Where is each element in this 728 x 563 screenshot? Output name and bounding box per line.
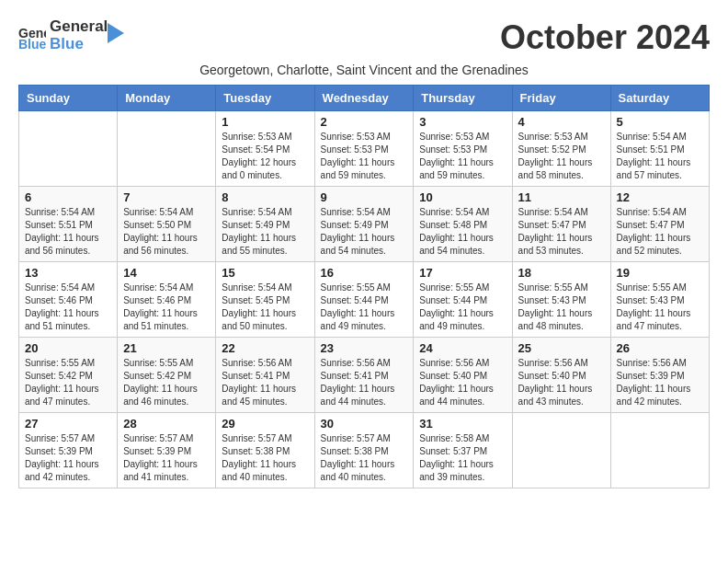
- day-number: 15: [222, 266, 308, 280]
- day-number: 8: [222, 190, 308, 204]
- day-number: 28: [123, 417, 210, 431]
- day-number: 9: [321, 190, 408, 204]
- calendar-cell: 9Sunrise: 5:54 AM Sunset: 5:49 PM Daylig…: [314, 187, 414, 262]
- calendar-cell: 1Sunrise: 5:53 AM Sunset: 5:54 PM Daylig…: [216, 111, 314, 187]
- day-number: 21: [123, 341, 210, 355]
- day-number: 1: [222, 115, 308, 129]
- day-info: Sunrise: 5:55 AM Sunset: 5:43 PM Dayligh…: [617, 282, 703, 333]
- calendar-cell: 30Sunrise: 5:57 AM Sunset: 5:38 PM Dayli…: [314, 413, 414, 488]
- calendar-cell: 20Sunrise: 5:55 AM Sunset: 5:42 PM Dayli…: [19, 338, 118, 413]
- day-number: 12: [617, 190, 703, 204]
- logo-arrow-icon: [108, 23, 124, 43]
- weekday-header-friday: Friday: [512, 86, 610, 111]
- header: General Blue General Blue October 2024: [18, 18, 710, 57]
- day-info: Sunrise: 5:55 AM Sunset: 5:44 PM Dayligh…: [419, 282, 506, 333]
- logo-general: General: [50, 18, 108, 36]
- day-number: 20: [25, 341, 111, 355]
- day-info: Sunrise: 5:53 AM Sunset: 5:54 PM Dayligh…: [222, 131, 308, 182]
- day-info: Sunrise: 5:56 AM Sunset: 5:40 PM Dayligh…: [518, 357, 605, 408]
- calendar-cell: 13Sunrise: 5:54 AM Sunset: 5:46 PM Dayli…: [19, 262, 118, 338]
- day-number: 7: [123, 190, 210, 204]
- calendar-cell: 12Sunrise: 5:54 AM Sunset: 5:47 PM Dayli…: [610, 187, 709, 262]
- calendar-cell: 16Sunrise: 5:55 AM Sunset: 5:44 PM Dayli…: [314, 262, 414, 338]
- day-number: 13: [25, 266, 111, 280]
- calendar-cell: 29Sunrise: 5:57 AM Sunset: 5:38 PM Dayli…: [216, 413, 314, 488]
- calendar-cell: 14Sunrise: 5:54 AM Sunset: 5:46 PM Dayli…: [118, 262, 216, 338]
- day-info: Sunrise: 5:58 AM Sunset: 5:37 PM Dayligh…: [419, 432, 506, 484]
- svg-marker-3: [108, 23, 124, 43]
- day-number: 17: [419, 266, 506, 280]
- day-number: 11: [518, 190, 605, 204]
- day-number: 27: [25, 417, 111, 431]
- day-number: 10: [419, 190, 506, 204]
- day-info: Sunrise: 5:54 AM Sunset: 5:45 PM Dayligh…: [222, 282, 308, 333]
- day-number: 4: [518, 115, 605, 129]
- svg-text:Blue: Blue: [18, 37, 46, 49]
- day-info: Sunrise: 5:57 AM Sunset: 5:38 PM Dayligh…: [222, 432, 308, 484]
- logo: General Blue General Blue: [18, 18, 124, 52]
- day-info: Sunrise: 5:56 AM Sunset: 5:39 PM Dayligh…: [617, 357, 703, 408]
- calendar-cell: 19Sunrise: 5:55 AM Sunset: 5:43 PM Dayli…: [610, 262, 709, 338]
- day-info: Sunrise: 5:53 AM Sunset: 5:52 PM Dayligh…: [518, 131, 605, 182]
- day-info: Sunrise: 5:55 AM Sunset: 5:43 PM Dayligh…: [518, 282, 605, 333]
- calendar-cell: 4Sunrise: 5:53 AM Sunset: 5:52 PM Daylig…: [512, 111, 610, 187]
- weekday-header-monday: Monday: [118, 86, 216, 111]
- day-info: Sunrise: 5:56 AM Sunset: 5:41 PM Dayligh…: [321, 357, 408, 408]
- day-number: 30: [321, 417, 408, 431]
- day-info: Sunrise: 5:54 AM Sunset: 5:51 PM Dayligh…: [25, 206, 111, 258]
- subtitle: Georgetown, Charlotte, Saint Vincent and…: [18, 63, 710, 77]
- calendar-cell: 3Sunrise: 5:53 AM Sunset: 5:53 PM Daylig…: [414, 111, 512, 187]
- day-info: Sunrise: 5:53 AM Sunset: 5:53 PM Dayligh…: [321, 131, 408, 182]
- day-info: Sunrise: 5:57 AM Sunset: 5:38 PM Dayligh…: [321, 432, 408, 484]
- calendar-cell: 6Sunrise: 5:54 AM Sunset: 5:51 PM Daylig…: [19, 187, 118, 262]
- day-info: Sunrise: 5:54 AM Sunset: 5:46 PM Dayligh…: [123, 282, 210, 333]
- calendar-cell: 24Sunrise: 5:56 AM Sunset: 5:40 PM Dayli…: [414, 338, 512, 413]
- day-info: Sunrise: 5:56 AM Sunset: 5:41 PM Dayligh…: [222, 357, 308, 408]
- day-info: Sunrise: 5:57 AM Sunset: 5:39 PM Dayligh…: [123, 432, 210, 484]
- calendar-cell: 5Sunrise: 5:54 AM Sunset: 5:51 PM Daylig…: [610, 111, 709, 187]
- calendar-cell: [19, 111, 118, 187]
- day-number: 6: [25, 190, 111, 204]
- day-number: 18: [518, 266, 605, 280]
- day-info: Sunrise: 5:56 AM Sunset: 5:40 PM Dayligh…: [419, 357, 506, 408]
- calendar-cell: 22Sunrise: 5:56 AM Sunset: 5:41 PM Dayli…: [216, 338, 314, 413]
- calendar-cell: 7Sunrise: 5:54 AM Sunset: 5:50 PM Daylig…: [118, 187, 216, 262]
- calendar-cell: 8Sunrise: 5:54 AM Sunset: 5:49 PM Daylig…: [216, 187, 314, 262]
- day-info: Sunrise: 5:55 AM Sunset: 5:44 PM Dayligh…: [321, 282, 408, 333]
- day-info: Sunrise: 5:54 AM Sunset: 5:51 PM Dayligh…: [617, 131, 703, 182]
- day-number: 29: [222, 417, 308, 431]
- day-info: Sunrise: 5:54 AM Sunset: 5:49 PM Dayligh…: [321, 206, 408, 258]
- calendar-cell: 2Sunrise: 5:53 AM Sunset: 5:53 PM Daylig…: [314, 111, 414, 187]
- calendar-cell: 27Sunrise: 5:57 AM Sunset: 5:39 PM Dayli…: [19, 413, 118, 488]
- calendar-cell: 26Sunrise: 5:56 AM Sunset: 5:39 PM Dayli…: [610, 338, 709, 413]
- day-info: Sunrise: 5:54 AM Sunset: 5:49 PM Dayligh…: [222, 206, 308, 258]
- day-info: Sunrise: 5:55 AM Sunset: 5:42 PM Dayligh…: [123, 357, 210, 408]
- calendar-cell: 11Sunrise: 5:54 AM Sunset: 5:47 PM Dayli…: [512, 187, 610, 262]
- month-title: October 2024: [500, 18, 710, 57]
- calendar-cell: 21Sunrise: 5:55 AM Sunset: 5:42 PM Dayli…: [118, 338, 216, 413]
- weekday-header-wednesday: Wednesday: [314, 86, 414, 111]
- calendar-cell: 15Sunrise: 5:54 AM Sunset: 5:45 PM Dayli…: [216, 262, 314, 338]
- calendar-cell: 18Sunrise: 5:55 AM Sunset: 5:43 PM Dayli…: [512, 262, 610, 338]
- calendar-table: SundayMondayTuesdayWednesdayThursdayFrid…: [18, 85, 710, 488]
- calendar-cell: 25Sunrise: 5:56 AM Sunset: 5:40 PM Dayli…: [512, 338, 610, 413]
- day-number: 25: [518, 341, 605, 355]
- weekday-header-sunday: Sunday: [19, 86, 118, 111]
- logo-blue: Blue: [50, 36, 108, 53]
- logo-icon: General Blue: [18, 23, 46, 49]
- day-info: Sunrise: 5:54 AM Sunset: 5:46 PM Dayligh…: [25, 282, 111, 333]
- calendar-cell: 23Sunrise: 5:56 AM Sunset: 5:41 PM Dayli…: [314, 338, 414, 413]
- day-info: Sunrise: 5:57 AM Sunset: 5:39 PM Dayligh…: [25, 432, 111, 484]
- calendar-cell: 10Sunrise: 5:54 AM Sunset: 5:48 PM Dayli…: [414, 187, 512, 262]
- calendar-cell: [512, 413, 610, 488]
- weekday-header-saturday: Saturday: [610, 86, 709, 111]
- calendar-cell: [118, 111, 216, 187]
- weekday-header-thursday: Thursday: [414, 86, 512, 111]
- day-info: Sunrise: 5:54 AM Sunset: 5:50 PM Dayligh…: [123, 206, 210, 258]
- day-number: 3: [419, 115, 506, 129]
- calendar-cell: 17Sunrise: 5:55 AM Sunset: 5:44 PM Dayli…: [414, 262, 512, 338]
- day-number: 22: [222, 341, 308, 355]
- weekday-header-tuesday: Tuesday: [216, 86, 314, 111]
- calendar-cell: [610, 413, 709, 488]
- day-number: 19: [617, 266, 703, 280]
